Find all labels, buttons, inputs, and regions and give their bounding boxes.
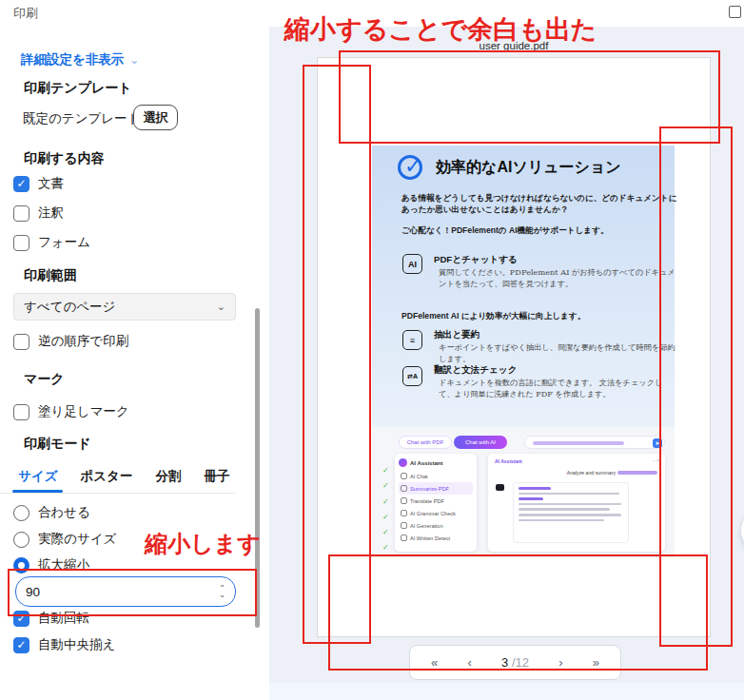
analyze-label: Analyze and summary [567, 470, 616, 476]
radio-off-icon [13, 532, 29, 548]
send-icon: ➤ [653, 438, 662, 448]
checkbox-checked-icon: ✓ [13, 611, 29, 627]
checkbox-checked-icon: ✓ [13, 637, 29, 653]
tab-size[interactable]: サイズ [18, 468, 57, 493]
ai-chat-card: AI Assistant – × Analyze and summary [488, 454, 665, 552]
doc-intro-normal: ご心配なく！PDFelementの AI機能がサポートします。 [401, 225, 683, 237]
section-title-template: 印刷テンプレート [24, 80, 132, 97]
ai-menu-card: AI Assistant AI Chat Summarize PDF Trans… [395, 454, 477, 552]
checkbox-auto-rotate[interactable]: ✓ 自動回転 [13, 610, 89, 627]
doc-intro-bold: ある情報をどうしても見つけなければならないのに、どのドキュメントにあったか思い出… [401, 193, 683, 216]
section-title-content: 印刷する内容 [24, 150, 105, 167]
select-template-button[interactable]: 選択 [133, 105, 178, 130]
file-link-bar [617, 471, 657, 475]
tab-booklet[interactable]: 冊子 [204, 468, 229, 493]
last-page-button[interactable]: » [593, 655, 599, 670]
green-checkmarks: ✓✓✓✓✓✓ [382, 466, 389, 552]
menu-item: AI Grammar Check [399, 507, 473, 519]
list-icon: ≡ [402, 330, 422, 350]
checkbox-bleed-marks[interactable]: 塗り足しマーク [13, 403, 129, 420]
page-navigator: « ‹ 3 /12 › » [409, 645, 621, 680]
feature-title: PDFとチャットする [434, 254, 518, 266]
scale-input-field: ⌃⌄ [15, 576, 236, 607]
print-preview-panel: user guide.pdf 効率的なAIソリューション ある情報をどうしても見… [269, 27, 744, 700]
page-indicator: 3 /12 [501, 655, 529, 670]
radio-off-icon [13, 505, 29, 521]
panel-footer-strip [269, 683, 744, 700]
checkbox-document[interactable]: ✓ 文書 [13, 175, 64, 192]
menu-icon [401, 510, 407, 516]
radio-actual-size[interactable]: 実際のサイズ [13, 531, 116, 548]
menu-icon [401, 535, 407, 541]
print-mode-tabs: サイズ ポスター 分割 冊子 [0, 468, 236, 494]
menu-icon [401, 497, 407, 504]
dialog-title: 印刷 [13, 5, 38, 22]
avatar [399, 458, 407, 467]
feature-desc: キーポイントをすばやく抽出し、簡潔な要約を作成して時間を節約します。 [439, 342, 678, 365]
radio-on-icon [13, 557, 29, 574]
checkbox-forms[interactable]: フォーム [13, 234, 90, 251]
feature-title: 翻訳と文法チェック [434, 364, 517, 377]
feature-desc: 質問してください。PDFelement AI がお持ちのすべてのドキュメントを当… [439, 267, 678, 290]
menu-item: Translate PDF [399, 495, 473, 507]
checkbox-annotations[interactable]: 注釈 [13, 204, 64, 222]
section-title-range: 印刷範囲 [24, 267, 77, 284]
spinner-stepper[interactable]: ⌃⌄ [219, 585, 225, 598]
section-title-mode: 印刷モード [24, 436, 91, 453]
tab-poster[interactable]: ポスター [80, 468, 132, 493]
menu-icon [401, 485, 407, 492]
chevron-down-icon: ⌄ [219, 592, 225, 598]
chevron-down-icon: ⌄ [129, 53, 139, 67]
checkbox-auto-center[interactable]: ✓ 自動中央揃え [13, 636, 115, 653]
annotation-note-scale: 縮小します [145, 529, 261, 559]
pdf-page-preview: 効率的なAIソリューション ある情報をどうしても見つけなければならないのに、どの… [317, 57, 711, 637]
assistant-title: AI Assistant [410, 460, 442, 466]
ai-chat-icon: AI [402, 254, 422, 274]
checkbox-empty-icon [13, 235, 29, 251]
next-page-button[interactable]: › [558, 655, 562, 670]
feature-desc: ドキュメントを複数の言語に翻訳できます。 文法をチェックして、より簡単に洗練され… [439, 378, 678, 400]
page-range-select[interactable]: すべてのページ ⌄ [13, 293, 236, 321]
chevron-down-icon: ⌄ [217, 301, 225, 313]
section-title-marks: マーク [24, 371, 65, 388]
mini-chat-input: ➤ [524, 436, 665, 449]
checkbox-empty-icon [13, 205, 29, 222]
tab-split[interactable]: 分割 [155, 468, 181, 493]
checkbox-empty-icon [13, 404, 29, 420]
placeholder-bar [533, 441, 624, 445]
prev-page-button[interactable]: ‹ [467, 655, 471, 670]
annotation-note-top: 縮小することで余白も出た [284, 12, 597, 47]
total-pages: /12 [512, 655, 529, 670]
checkbox-checked-icon: ✓ [13, 176, 29, 192]
translate-icon: ⇄A [402, 366, 422, 386]
menu-icon [401, 522, 407, 529]
check-circle-icon [398, 155, 422, 180]
checkbox-reverse-order[interactable]: 逆の順序で印刷 [13, 333, 128, 350]
sidebar-scrollbar[interactable] [255, 308, 260, 628]
checkbox-empty-icon [13, 334, 29, 350]
current-page: 3 [501, 655, 508, 670]
window-control-icon[interactable] [729, 6, 741, 18]
radio-fit[interactable]: 合わせる [13, 504, 90, 521]
panel-title: AI Assistant [495, 458, 522, 464]
first-page-button[interactable]: « [431, 655, 438, 670]
menu-item: AI Written Detect [399, 532, 473, 544]
chat-with-pdf-button: Chat with PDF [399, 436, 452, 449]
menu-item: AI Chat [399, 470, 473, 482]
feature-title: 抽出と要約 [434, 329, 480, 341]
doc-mid-line: PDFelement AI により効率が大幅に向上します。 [401, 311, 683, 322]
hide-advanced-settings-link[interactable]: 詳細設定を非表示⌄ [21, 51, 139, 68]
bot-avatar [496, 484, 504, 491]
doc-title: 効率的なAIソリューション [436, 158, 621, 178]
chat-with-ai-button: Chat with AI [454, 436, 507, 449]
chat-message [513, 482, 629, 543]
default-template-label: 既定のテンプレート [23, 110, 140, 127]
radio-scale[interactable]: 拡大縮小 [13, 556, 89, 574]
menu-icon [401, 473, 407, 479]
window-buttons: – × [653, 457, 659, 463]
ai-assistant-screenshot: Chat with PDF Chat with AI ➤ ✓✓✓✓✓✓ AI A… [372, 427, 675, 557]
print-dialog-sidebar: 印刷 詳細設定を非表示⌄ 印刷テンプレート 既定のテンプレート 選択 印刷する内… [0, 0, 269, 700]
menu-item: AI Generation [399, 519, 473, 532]
scale-input[interactable] [26, 585, 187, 599]
menu-item-selected: Summarize PDF [399, 482, 473, 495]
